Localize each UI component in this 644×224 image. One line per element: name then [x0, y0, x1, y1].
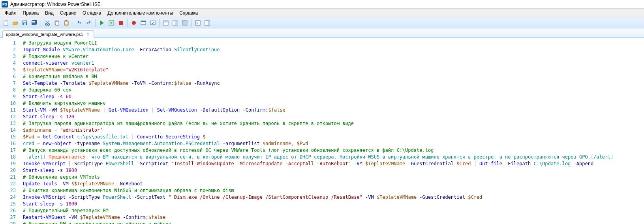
toolbar-separator: [41, 19, 41, 27]
code-line[interactable]: $Pwd = Get-Content c:\ps\passfile.txt | …: [23, 134, 642, 140]
line-number: 5: [2, 67, 16, 73]
line-number: 11: [2, 107, 16, 114]
paste-icon[interactable]: [62, 19, 71, 27]
svg-point-17: [132, 21, 136, 25]
code-line[interactable]: # Загрузка пароля администратора из заши…: [23, 120, 642, 127]
show-command-icon[interactable]: >_: [193, 19, 202, 27]
code-line[interactable]: Start-sleep -s 120: [23, 114, 642, 120]
code-line[interactable]: $TeplateVMName="W2K16Template": [23, 67, 642, 73]
window-titlebar: PS Администратор: Windows PowerShell ISE: [0, 0, 644, 9]
menu-bar: Файл Правка Вид Сервис Отладка Дополните…: [0, 9, 644, 17]
run-icon[interactable]: [98, 19, 106, 27]
app-icon: PS: [2, 1, 8, 7]
line-number: 21: [2, 174, 16, 181]
line-number: 16: [2, 140, 16, 147]
code-line[interactable]: # Очистка хранилища компонентов WinSxS и…: [23, 187, 642, 194]
svg-text:>_: >_: [196, 21, 201, 25]
new-remote-tab-icon[interactable]: [139, 19, 148, 27]
code-line[interactable]: [alert] Предполгается, что ВМ находится …: [23, 154, 642, 161]
svg-point-8: [45, 23, 47, 25]
pane-script-max-icon[interactable]: [180, 19, 189, 27]
svg-rect-13: [65, 22, 68, 24]
svg-rect-11: [56, 21, 59, 25]
stop-icon[interactable]: [116, 19, 125, 27]
save-all-icon[interactable]: [30, 19, 39, 27]
code-line[interactable]: # Включить виртуальную машину: [23, 100, 642, 107]
menu-tools[interactable]: Сервис: [57, 9, 79, 17]
code-line[interactable]: Restart-VMGuest -VM $TeplateVMName -Conf…: [23, 214, 642, 221]
svg-rect-20: [150, 21, 155, 24]
code-line[interactable]: Start-VM -VM $TeplateVMName | Get-VMQues…: [23, 107, 642, 114]
code-line[interactable]: # Задержка 60 сек: [23, 87, 642, 93]
toolbar-separator: [127, 19, 128, 27]
menu-debug[interactable]: Отладка: [79, 9, 104, 17]
file-tab[interactable]: update_windows_template_vmware.ps1 ×: [2, 30, 94, 38]
line-number: 6: [2, 73, 16, 80]
code-line[interactable]: # Запуск команды установки всех доступны…: [23, 147, 642, 154]
line-number-gutter: 1234567891011121314151617181920212223242…: [0, 38, 19, 224]
code-line[interactable]: Set-Template -Template $TeplateVMName -T…: [23, 80, 642, 87]
line-number: 4: [2, 60, 16, 67]
undo-icon[interactable]: [75, 19, 84, 27]
code-line[interactable]: # Конвертация шаблона в ВМ: [23, 73, 642, 80]
remote-session-icon[interactable]: [148, 19, 157, 27]
line-number: 10: [2, 100, 16, 107]
code-line[interactable]: Import-Module VMware.VimAutomation.Core …: [23, 47, 642, 53]
redo-icon[interactable]: [84, 19, 93, 27]
svg-rect-19: [141, 21, 146, 22]
new-file-icon[interactable]: [2, 19, 10, 27]
open-file-icon[interactable]: [11, 19, 20, 27]
save-icon[interactable]: [21, 19, 29, 27]
show-command-addon-icon[interactable]: [203, 19, 212, 27]
line-number: 23: [2, 187, 16, 194]
menu-help[interactable]: Справка: [176, 9, 201, 17]
pane-script-top-icon[interactable]: [161, 19, 170, 27]
line-number: 18: [2, 154, 16, 161]
toolbar: >_: [0, 17, 644, 28]
code-line[interactable]: # Загрузка модуля PowerCLI: [23, 40, 642, 47]
line-number: 22: [2, 181, 16, 187]
svg-rect-3: [23, 21, 26, 22]
pane-script-right-icon[interactable]: [171, 19, 180, 27]
line-number: 8: [2, 87, 16, 93]
menu-addons[interactable]: Дополнительные компоненты: [104, 9, 176, 17]
line-number: 13: [2, 120, 16, 127]
code-line[interactable]: # Подключение к vCenter: [23, 53, 642, 60]
code-line[interactable]: Start-sleep -s 60: [23, 93, 642, 100]
code-line[interactable]: connect-viserver vcenter1: [23, 60, 642, 67]
code-line[interactable]: # Принудительный перезапуск ВМ: [23, 207, 642, 214]
svg-point-9: [48, 23, 50, 25]
copy-icon[interactable]: [53, 19, 61, 27]
toolbar-separator: [73, 19, 73, 27]
line-number: 15: [2, 134, 16, 140]
svg-rect-7: [32, 21, 35, 22]
svg-rect-4: [24, 23, 26, 25]
code-editor[interactable]: 1234567891011121314151617181920212223242…: [0, 38, 644, 224]
menu-view[interactable]: Вид: [42, 9, 57, 17]
line-number: 2: [2, 47, 16, 53]
line-number: 25: [2, 201, 16, 207]
code-line[interactable]: $adminname = "administrator": [23, 127, 642, 134]
line-number: 28: [2, 221, 16, 224]
code-line[interactable]: Start-sleep -s 1800: [23, 167, 642, 174]
toolbar-separator: [191, 19, 192, 27]
line-number: 14: [2, 127, 16, 134]
run-selection-icon[interactable]: [107, 19, 116, 27]
menu-edit[interactable]: Правка: [20, 9, 42, 17]
code-line[interactable]: Start-sleep -s 1800: [23, 201, 642, 207]
toolbar-separator: [95, 19, 96, 27]
line-number: 1: [2, 40, 16, 47]
code-area[interactable]: # Загрузка модуля PowerCLIImport-Module …: [19, 38, 644, 224]
code-line[interactable]: # Обновление версии VMTools: [23, 174, 642, 181]
code-line[interactable]: Invoke-VMScript -ScriptType PowerShell -…: [23, 194, 642, 201]
cut-icon[interactable]: [43, 19, 52, 27]
code-line[interactable]: cred = new-object -typename System.Manag…: [23, 140, 642, 147]
code-line[interactable]: Invoke-VMScript |-ScriptType PowerShell …: [23, 161, 642, 167]
menu-file[interactable]: Файл: [2, 9, 20, 17]
breakpoint-icon[interactable]: [130, 19, 138, 27]
code-line[interactable]: # Выключение ВМ и преобразование ее обра…: [23, 221, 642, 224]
line-number: 27: [2, 214, 16, 221]
code-line[interactable]: Update-Tools -VM $$TeplateVMName -NoRebo…: [23, 181, 642, 187]
tab-close-icon[interactable]: ×: [86, 32, 90, 37]
line-number: 9: [2, 93, 16, 100]
